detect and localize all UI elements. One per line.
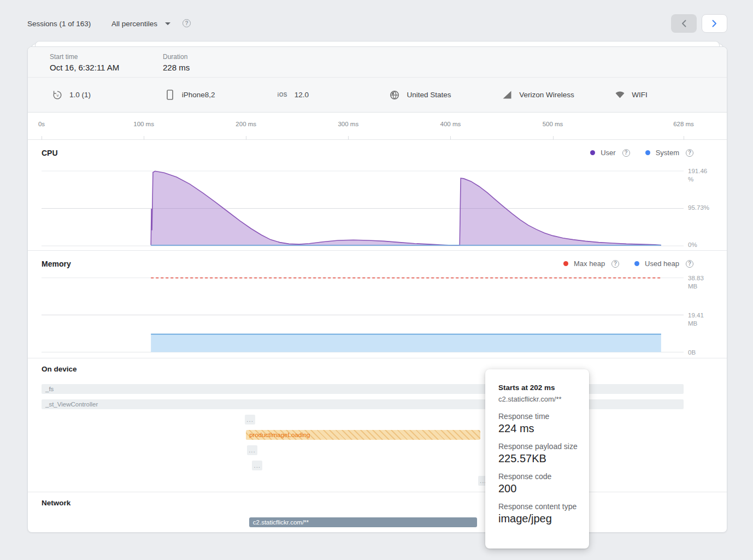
user-legend-label: User bbox=[601, 149, 615, 157]
user-help-icon[interactable]: ? bbox=[622, 149, 630, 157]
network-section: Network c2.staticflickr.com/** bbox=[28, 492, 727, 533]
memory-legend: Max heap ? Used heap ? bbox=[563, 260, 693, 268]
carrier-signal-icon bbox=[502, 91, 513, 99]
radio-value: WIFI bbox=[632, 91, 648, 99]
start-time-block: Start time Oct 16, 6:32:11 AM bbox=[50, 53, 119, 72]
tooltip-field-label: Response code bbox=[498, 472, 579, 481]
timeline-tick-mark bbox=[144, 136, 144, 140]
cpu-section-title: CPU bbox=[42, 149, 58, 157]
topbar: Sessions (1 of 163) All percentiles ? bbox=[0, 0, 753, 38]
tooltip-field-value: 224 ms bbox=[498, 422, 579, 435]
radio-item: WIFI bbox=[614, 91, 727, 99]
max-heap-legend-label: Max heap bbox=[574, 260, 605, 268]
duration-value: 228 ms bbox=[163, 63, 190, 72]
os-version-value: 12.0 bbox=[295, 91, 309, 99]
timeline-tick-label: 300 ms bbox=[338, 121, 358, 127]
wifi-icon bbox=[614, 91, 625, 98]
tooltip-field-label: Response payload size bbox=[498, 442, 579, 451]
device-model-item: iPhone8,2 bbox=[164, 90, 277, 100]
session-card: Start time Oct 16, 6:32:11 AM Duration 2… bbox=[27, 46, 727, 533]
system-legend-dot bbox=[645, 150, 650, 155]
timeline-tick-label: 200 ms bbox=[236, 121, 256, 127]
svg-text:v: v bbox=[56, 93, 58, 98]
tooltip-field-value: 200 bbox=[498, 482, 579, 495]
sessions-count-label: Sessions (1 of 163) bbox=[27, 20, 91, 28]
timeline-tick-mark bbox=[684, 136, 684, 140]
memory-axis-max: 38.83 MB bbox=[688, 274, 713, 291]
trace-bar[interactable]: productImageLoading bbox=[246, 430, 480, 440]
help-icon[interactable]: ? bbox=[183, 19, 191, 27]
start-time-label: Start time bbox=[50, 53, 119, 61]
chevron-right-icon bbox=[712, 20, 717, 27]
os-icon: iOS bbox=[277, 92, 288, 98]
on-device-title: On device bbox=[42, 365, 77, 373]
percentiles-dropdown[interactable]: All percentiles bbox=[111, 16, 170, 31]
tooltip-field-label: Response time bbox=[498, 412, 579, 421]
network-title: Network bbox=[42, 499, 70, 507]
cpu-axis-mid: 95.73% bbox=[688, 204, 713, 212]
os-version-item: iOS 12.0 bbox=[277, 91, 390, 99]
timeline-tick-label: 628 ms bbox=[673, 121, 694, 127]
globe-icon bbox=[389, 90, 400, 100]
system-help-icon[interactable]: ? bbox=[686, 149, 693, 157]
memory-axis-zero: 0B bbox=[688, 349, 713, 357]
carrier-value: Verizon Wireless bbox=[519, 91, 574, 99]
duration-label: Duration bbox=[163, 53, 190, 61]
previous-session-button[interactable] bbox=[671, 14, 697, 33]
timeline-tick-label: 100 ms bbox=[133, 121, 154, 127]
percentiles-dropdown-label: All percentiles bbox=[111, 20, 157, 28]
on-device-section: On device _fs_st_ViewController...produc… bbox=[28, 358, 727, 492]
phone-icon bbox=[164, 90, 175, 100]
collapsed-trace-chip[interactable]: ... bbox=[247, 445, 257, 455]
device-info-row: v 1.0 (1) iPhone8,2 iOS 12.0 United Stat… bbox=[28, 78, 727, 113]
duration-block: Duration 228 ms bbox=[163, 53, 190, 72]
timeline-tick-label: 400 ms bbox=[440, 121, 461, 127]
device-model-value: iPhone8,2 bbox=[182, 91, 215, 99]
tooltip-field-content-type: Response content type image/jpeg bbox=[498, 502, 579, 525]
tooltip-url: c2.staticflickr.com/** bbox=[498, 395, 579, 403]
cpu-chart[interactable] bbox=[42, 170, 684, 247]
tooltip-field-response-code: Response code 200 bbox=[498, 472, 579, 495]
system-legend-label: System bbox=[656, 149, 679, 157]
tooltip-field-payload-size: Response payload size 225.57KB bbox=[498, 442, 579, 465]
tooltip-title: Starts at 202 ms bbox=[498, 384, 579, 392]
max-heap-help-icon[interactable]: ? bbox=[611, 260, 619, 268]
memory-axis-mid: 19.41 MB bbox=[688, 311, 713, 328]
tooltip-field-response-time: Response time 224 ms bbox=[498, 412, 579, 435]
timeline-ruler: 0s100 ms200 ms300 ms400 ms500 ms628 ms bbox=[28, 113, 727, 140]
chevron-down-icon bbox=[165, 22, 170, 25]
cpu-axis-max: 191.46 % bbox=[688, 167, 713, 184]
app-version-icon: v bbox=[52, 90, 63, 100]
timeline-tick-mark bbox=[553, 136, 554, 140]
timeline-tick-label: 500 ms bbox=[543, 121, 563, 127]
app-version-item: v 1.0 (1) bbox=[52, 90, 164, 100]
timeline-tick-label: 0s bbox=[38, 121, 45, 127]
tooltip-field-value: 225.57KB bbox=[498, 452, 579, 465]
cpu-section: CPU User ? System ? 191.46 % 95.73% 0% bbox=[28, 140, 727, 251]
used-heap-legend-dot bbox=[634, 261, 639, 266]
used-heap-help-icon[interactable]: ? bbox=[686, 260, 693, 268]
trace-bar[interactable]: c2.staticflickr.com/** bbox=[249, 517, 477, 527]
country-item: United States bbox=[389, 90, 502, 100]
user-legend-dot bbox=[590, 150, 595, 155]
network-request-tooltip: Starts at 202 ms c2.staticflickr.com/** … bbox=[485, 369, 589, 549]
timeline-tick-mark bbox=[450, 136, 451, 140]
app-version-value: 1.0 (1) bbox=[69, 91, 91, 99]
start-time-value: Oct 16, 6:32:11 AM bbox=[50, 63, 119, 72]
timeline-tick-mark bbox=[42, 136, 42, 140]
used-heap-legend-label: Used heap bbox=[645, 260, 679, 268]
session-header: Start time Oct 16, 6:32:11 AM Duration 2… bbox=[28, 47, 727, 78]
carrier-item: Verizon Wireless bbox=[502, 91, 614, 99]
memory-section: Memory Max heap ? Used heap ? 38.83 MB 1… bbox=[28, 251, 727, 358]
max-heap-legend-dot bbox=[563, 261, 568, 266]
collapsed-trace-chip[interactable]: ... bbox=[245, 415, 255, 425]
chevron-left-icon bbox=[681, 20, 686, 27]
memory-section-title: Memory bbox=[42, 260, 71, 268]
cpu-axis-zero: 0% bbox=[688, 241, 713, 249]
memory-chart[interactable] bbox=[42, 276, 684, 354]
next-session-button[interactable] bbox=[702, 14, 727, 33]
timeline-tick-mark bbox=[348, 136, 349, 140]
tooltip-field-value: image/jpeg bbox=[498, 512, 579, 525]
collapsed-trace-chip[interactable]: ... bbox=[252, 461, 262, 470]
tooltip-field-label: Response content type bbox=[498, 502, 579, 511]
